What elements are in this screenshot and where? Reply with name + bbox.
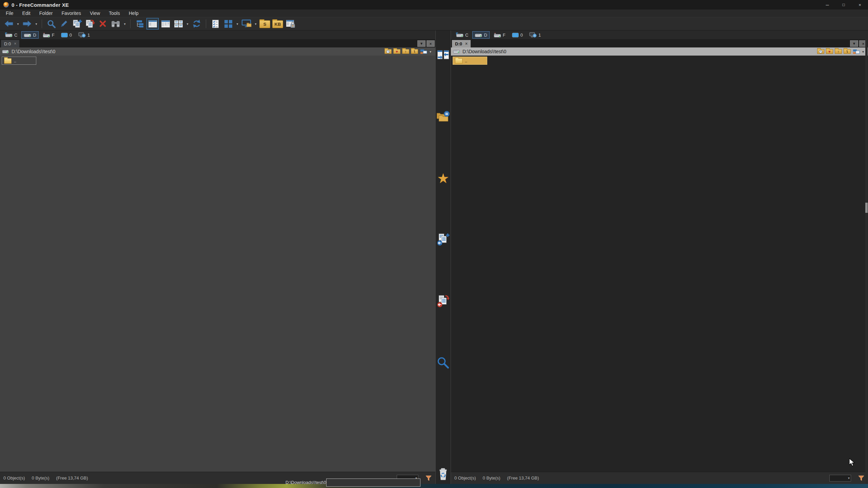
right-panel: C D F — [451, 30, 868, 484]
up-arrow-icon: ↑ — [405, 50, 407, 54]
menu-folder[interactable]: Folder — [35, 9, 57, 17]
right-tab[interactable]: D:0 × — [452, 40, 471, 47]
arrow-right-icon — [22, 20, 32, 27]
details-columns-view-button[interactable] — [159, 18, 172, 29]
details-columns-icon — [161, 20, 171, 28]
history-folder-icon[interactable] — [817, 49, 824, 54]
tab-close-button[interactable]: × — [427, 40, 435, 47]
copy-button[interactable] — [71, 18, 83, 29]
path-tools-dropdown[interactable]: ▾ — [862, 50, 865, 54]
filter-combo[interactable]: ▾ — [829, 475, 851, 482]
history-folder-icon[interactable] — [384, 49, 392, 54]
tab-close-icon[interactable]: × — [465, 41, 468, 46]
swap-panels-button[interactable] — [437, 49, 450, 60]
find-files-dropdown[interactable]: ▾ — [122, 18, 127, 29]
refresh-button[interactable] — [191, 18, 203, 29]
drive-button-1[interactable]: 1 — [527, 31, 543, 39]
maximize-button[interactable]: □ — [835, 0, 852, 9]
menu-edit[interactable]: Edit — [18, 9, 35, 17]
menu-tools[interactable]: Tools — [104, 9, 124, 17]
forward-dropdown[interactable]: ▾ — [34, 18, 39, 29]
tab-list-dropdown-button[interactable]: ▾ — [850, 40, 858, 47]
favorites-folder-icon[interactable]: ♥ — [393, 49, 400, 54]
details-view-button[interactable] — [146, 18, 159, 29]
filter-funnel-icon[interactable] — [858, 475, 865, 482]
thumbnails-dropdown[interactable]: ▾ — [185, 18, 190, 29]
recycle-bin-button[interactable] — [437, 467, 449, 481]
parent-folder-item[interactable]: .. — [453, 57, 487, 65]
path-hint-box — [326, 479, 420, 487]
parent-folder-item[interactable]: .. — [2, 57, 36, 65]
pencil-icon — [60, 20, 68, 28]
menu-favorites[interactable]: Favorites — [57, 9, 85, 17]
drive-button-f[interactable]: F — [491, 31, 508, 39]
item-name: .. — [465, 58, 467, 63]
tree-view-button[interactable] — [134, 18, 146, 29]
item-name: .. — [14, 58, 16, 63]
path-tools-dropdown[interactable]: ▾ — [429, 50, 432, 54]
paste-button[interactable] — [84, 18, 96, 29]
scrollbar-thumb[interactable] — [865, 203, 868, 213]
right-file-list[interactable]: .. — [451, 56, 868, 472]
thumbnails-view-button[interactable] — [172, 18, 184, 29]
drive-button-0[interactable]: 0 — [59, 31, 74, 39]
right-path-tools: ♥ ↑ \ ▾ — [817, 49, 866, 55]
minimize-button[interactable]: ─ — [819, 0, 835, 9]
folder-up-icon[interactable]: ↑ — [402, 49, 409, 54]
drive-button-f[interactable]: F — [40, 31, 57, 39]
forward-button[interactable] — [21, 18, 33, 29]
edit-button[interactable] — [58, 18, 70, 29]
quick-search-button[interactable] — [45, 18, 57, 29]
drive-label: D — [33, 33, 36, 38]
folder-grid-button[interactable] — [222, 18, 234, 29]
folder-root-icon[interactable]: \ — [411, 49, 418, 54]
filter-funnel-icon[interactable] — [425, 475, 432, 482]
tab-close-icon[interactable]: × — [14, 41, 16, 46]
equal-folders-button[interactable] — [436, 110, 450, 122]
system-drive-icon — [5, 33, 13, 38]
paste-down-icon — [85, 19, 95, 28]
back-button[interactable] — [3, 18, 15, 29]
folder-s-button[interactable]: S — [259, 18, 271, 29]
left-path-bar[interactable]: D:\Downloads\!test\0 ♥ ↑ \ ▾ — [0, 47, 435, 56]
selection-list-button[interactable] — [209, 18, 221, 29]
move-to-other-panel-button[interactable] — [437, 295, 450, 307]
menu-help[interactable]: Help — [124, 9, 143, 17]
right-scrollbar[interactable] — [865, 39, 868, 484]
folder-root-icon[interactable]: \ — [844, 49, 851, 54]
favorites-button[interactable]: ★ — [437, 171, 449, 185]
show-desktop-dropdown[interactable]: ▾ — [253, 18, 258, 29]
locked-grid-button[interactable] — [284, 18, 297, 29]
close-button[interactable]: × — [852, 0, 868, 9]
left-file-list[interactable]: .. — [0, 56, 435, 472]
copy-to-other-panel-button[interactable] — [437, 233, 450, 246]
menu-file[interactable]: File — [1, 9, 18, 17]
drive-button-1[interactable]: 1 — [76, 31, 92, 39]
drive-button-0[interactable]: 0 — [510, 31, 525, 39]
favorites-folder-icon[interactable]: ♥ — [826, 49, 833, 54]
view-settings-icon[interactable] — [420, 49, 427, 55]
folder-up-icon[interactable]: ↑ — [835, 49, 842, 54]
clock-icon — [386, 50, 390, 54]
folder-grid-dropdown[interactable]: ▾ — [235, 18, 240, 29]
tab-list-dropdown-button[interactable]: ▾ — [417, 40, 426, 47]
display-icon — [512, 33, 519, 38]
menu-view[interactable]: View — [85, 9, 104, 17]
folder-icon — [455, 58, 462, 64]
drive-button-d[interactable]: D — [472, 31, 489, 39]
object-count: 0 Object(s) — [454, 475, 476, 481]
drive-button-c[interactable]: C — [454, 31, 471, 39]
back-dropdown[interactable]: ▾ — [16, 18, 20, 29]
find-files-button[interactable] — [110, 18, 122, 29]
delete-button[interactable] — [97, 18, 109, 29]
hard-drive-icon — [475, 33, 482, 38]
drive-button-c[interactable]: C — [3, 31, 20, 39]
folder-kb-button[interactable]: KB — [272, 18, 284, 29]
drive-button-d[interactable]: D — [21, 31, 38, 39]
view-settings-icon[interactable] — [852, 49, 860, 55]
search-button[interactable] — [437, 357, 450, 369]
left-tab[interactable]: D:0 × — [1, 40, 19, 47]
title-bar: 0 - FreeCommander XE ─ □ × — [0, 0, 868, 9]
show-desktop-folder-button[interactable] — [240, 18, 253, 29]
right-path-bar[interactable]: D:\Downloads\!test\0 ♥ ↑ \ ▾ — [451, 47, 868, 56]
